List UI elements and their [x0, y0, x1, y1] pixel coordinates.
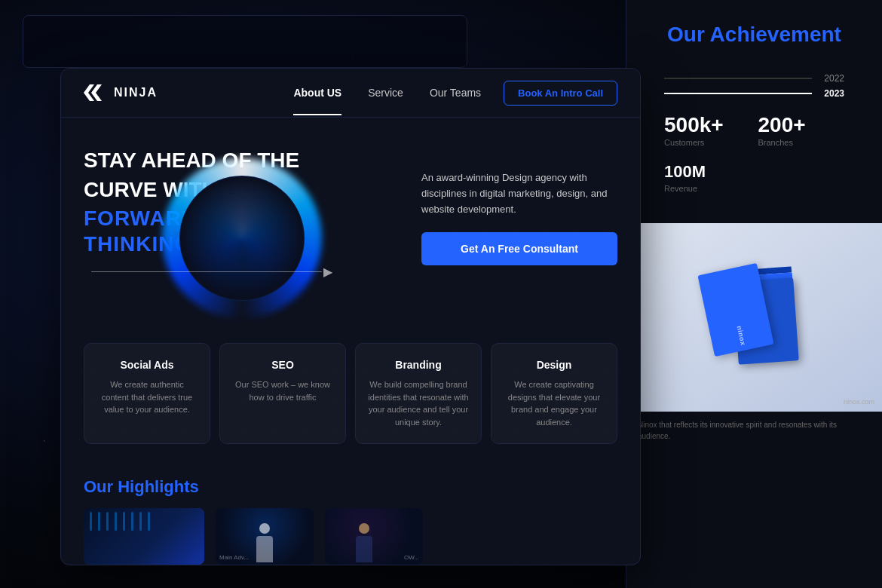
service-title-branding: Branding: [367, 359, 470, 371]
service-desc-branding: We build compelling brand identities tha…: [367, 378, 470, 428]
nav-link-service[interactable]: Service: [368, 87, 403, 99]
navbar: NINJA About US Service Our Teams Book An…: [61, 69, 640, 118]
stat-customers-label: Customers: [664, 138, 751, 147]
nav-links: About US Service Our Teams: [293, 87, 481, 99]
consultant-cta-button[interactable]: Get An Free Consultant: [421, 232, 617, 265]
stat-branches: 200+ Branches: [758, 111, 845, 151]
logo-text: NINJA: [114, 86, 158, 100]
arrow-line: ▶: [91, 265, 332, 279]
service-title-design: Design: [503, 359, 605, 371]
ninox-url: ninox.com: [844, 398, 874, 406]
highlight-card-1: [84, 508, 204, 565]
service-desc-social-ads: We create authentic content that deliver…: [96, 378, 198, 416]
service-title-social-ads: Social Ads: [96, 359, 198, 371]
achievement-title: Our Achievement: [649, 23, 859, 47]
person-body: [256, 536, 273, 562]
stat-branches-number: 200+: [758, 115, 845, 136]
highlight-card-3: OW...: [325, 508, 423, 565]
year-row-2023: 2023: [664, 88, 844, 99]
speaker-silhouette: [353, 523, 375, 565]
stat-branches-label: Branches: [758, 138, 845, 147]
main-content: STAY AHEAD OF THE CURVE WITH OUR FORWARD…: [61, 118, 640, 565]
hero-right: An award-winning Design agency with disc…: [421, 170, 617, 265]
achievement-image: ninox.com: [626, 223, 882, 412]
person-silhouette: [253, 523, 276, 565]
person-head: [259, 523, 270, 534]
achievement-caption: Ninox that reflects its innovative spiri…: [626, 412, 882, 449]
stat-revenue-label: Revenue: [664, 184, 844, 193]
service-desc-seo: Our SEO work – we know how to drive traf…: [231, 378, 334, 403]
background-card: [23, 15, 467, 68]
highlight-card-2: Main Adv...: [216, 508, 314, 565]
service-desc-design: We create captivating designs that eleva…: [503, 378, 605, 428]
year-bar-2022: [664, 78, 812, 79]
main-window: NINJA About US Service Our Teams Book An…: [60, 68, 641, 565]
year-label-2022: 2022: [818, 73, 844, 84]
service-card-branding: Branding We build compelling brand ident…: [355, 343, 482, 444]
stat-customers-number: 500k+: [664, 115, 751, 136]
highlights-title: Our Highlights: [84, 477, 617, 497]
glow-circle-inner: [179, 176, 305, 301]
speaker-body: [356, 536, 372, 562]
nav-link-teams[interactable]: Our Teams: [430, 87, 481, 99]
ninox-stack: [694, 246, 815, 397]
year-bar-2023: [664, 93, 812, 94]
arrow-tip: ▶: [323, 265, 332, 279]
logo-icon: [84, 84, 108, 101]
stat-revenue-number: 100M: [664, 162, 844, 182]
highlights-row: Main Adv... OW...: [84, 508, 617, 565]
year-row-2022: 2022: [664, 73, 844, 84]
book-call-button[interactable]: Book An Intro Call: [504, 81, 617, 106]
svg-marker-1: [91, 84, 102, 101]
achievement-panel: Our Achievement 2022 2023 500k+ Customer…: [626, 0, 882, 588]
year-label-2023: 2023: [818, 88, 844, 99]
stat-revenue: 100M Revenue: [664, 158, 844, 197]
service-card-seo: SEO Our SEO work – we know how to drive …: [219, 343, 346, 444]
logo-area: NINJA: [84, 84, 158, 101]
services-row: Social Ads We create authentic content t…: [84, 343, 617, 444]
hero-description: An award-winning Design agency with disc…: [421, 170, 617, 217]
nav-link-about[interactable]: About US: [293, 87, 341, 99]
glow-circle-container: [167, 163, 332, 329]
speaker-head: [359, 523, 369, 534]
service-title-seo: SEO: [231, 359, 334, 371]
glow-circle: [167, 163, 317, 314]
hero-section: STAY AHEAD OF THE CURVE WITH OUR FORWARD…: [84, 148, 617, 256]
service-card-design: Design We create captivating designs tha…: [491, 343, 617, 444]
achievement-stats: 500k+ Customers 200+ Branches 100M Reven…: [649, 103, 859, 208]
line-segment: [91, 271, 322, 272]
stat-customers: 500k+ Customers: [664, 111, 751, 151]
highlights-section: Our Highlights: [84, 477, 617, 565]
service-card-social-ads: Social Ads We create authentic content t…: [84, 343, 210, 444]
